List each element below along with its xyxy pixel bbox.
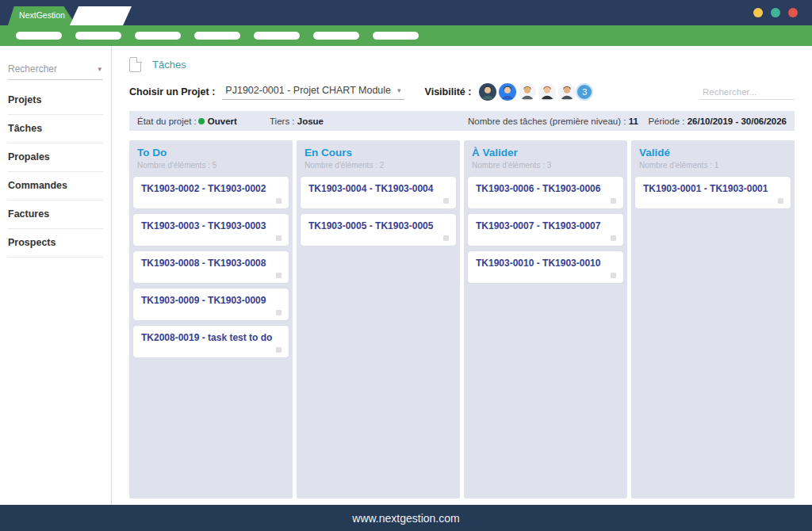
column-title: Validé xyxy=(639,147,787,159)
kanban-column: En CoursNombre d'éléments : 2TK1903-0004… xyxy=(297,140,460,499)
column-count: Nombre d'éléments : 5 xyxy=(137,161,285,170)
project-status-bar: État du projet :Ouvert Tiers : Josue Nom… xyxy=(129,111,795,131)
task-card[interactable]: TK1903-0005 - TK1903-0005 xyxy=(301,214,456,246)
column-count: Nombre d'éléments : 1 xyxy=(639,161,787,170)
sidebar-item-tâches[interactable]: Tâches xyxy=(8,115,103,143)
user-avatar-3-icon[interactable] xyxy=(519,83,536,101)
task-card-title: TK1903-0009 - TK1903-0009 xyxy=(141,295,281,306)
window-controls xyxy=(753,8,798,17)
sidebar-search-select[interactable]: Rechercher ▾ xyxy=(8,60,103,80)
user-avatar-5-icon[interactable] xyxy=(558,83,576,101)
task-card-title: TK1903-0003 - TK1903-0003 xyxy=(141,220,281,231)
chevron-down-icon: ▾ xyxy=(397,86,401,94)
main-navbar xyxy=(0,25,812,46)
project-select-value: PJ1902-0001 - Projet CHART Module xyxy=(225,85,391,96)
card-handle-icon[interactable] xyxy=(276,310,282,315)
document-icon xyxy=(129,57,141,72)
visibility-avatars xyxy=(479,83,576,101)
card-handle-icon[interactable] xyxy=(443,235,449,241)
window-dot-yellow-icon[interactable] xyxy=(753,8,763,17)
task-card-title: TK1903-0008 - TK1903-0008 xyxy=(141,258,281,269)
status-tiers: Tiers : Josue xyxy=(270,117,468,126)
nav-pill[interactable] xyxy=(194,32,240,40)
task-card[interactable]: TK1903-0009 - TK1903-0009 xyxy=(133,288,289,320)
nav-pill[interactable] xyxy=(135,32,181,40)
task-card[interactable]: TK1903-0007 - TK1903-0007 xyxy=(468,214,623,246)
brand-tab[interactable]: NextGestion xyxy=(8,6,76,25)
task-card-title: TK1903-0004 - TK1903-0004 xyxy=(308,183,448,194)
user-avatar-4-icon[interactable] xyxy=(538,83,556,101)
footer-url[interactable]: www.nextgestion.com xyxy=(352,512,459,525)
task-card-title: TK2008-0019 - task test to do xyxy=(141,332,281,343)
task-card[interactable]: TK1903-0010 - TK1903-0010 xyxy=(468,251,623,283)
task-card[interactable]: TK1903-0004 - TK1903-0004 xyxy=(301,177,456,208)
task-card-title: TK1903-0007 - TK1903-0007 xyxy=(476,220,615,231)
main-panel: Tâches Choisir un Projet : PJ1902-0001 -… xyxy=(112,46,812,505)
sidebar-item-factures[interactable]: Factures xyxy=(8,201,103,229)
nav-pill[interactable] xyxy=(254,32,300,40)
sidebar-item-prospects[interactable]: Prospects xyxy=(8,229,103,258)
window-title-bar: NextGestion xyxy=(0,0,812,25)
project-select[interactable]: PJ1902-0001 - Projet CHART Module ▾ xyxy=(222,85,404,100)
visibility-overflow-badge[interactable]: 3 xyxy=(576,83,593,101)
column-title: En Cours xyxy=(304,147,452,159)
task-card-title: TK1903-0010 - TK1903-0010 xyxy=(476,258,615,269)
nav-pill[interactable] xyxy=(75,32,121,40)
sidebar-item-projets[interactable]: Projets xyxy=(8,86,103,115)
kanban-column: À ValiderNombre d'éléments : 3TK1903-000… xyxy=(464,140,627,499)
kanban-column: ValidéNombre d'éléments : 1TK1903-0001 -… xyxy=(631,140,795,499)
card-handle-icon[interactable] xyxy=(276,198,282,204)
nav-pill[interactable] xyxy=(373,32,419,40)
card-handle-icon[interactable] xyxy=(778,198,783,204)
sidebar: Rechercher ▾ ProjetsTâchesPropalesComman… xyxy=(0,46,112,505)
page-title: Tâches xyxy=(152,59,186,71)
card-handle-icon[interactable] xyxy=(443,198,449,204)
task-card[interactable]: TK1903-0001 - TK1903-0001 xyxy=(635,177,791,208)
task-card[interactable]: TK1903-0003 - TK1903-0003 xyxy=(133,214,289,246)
sidebar-item-propales[interactable]: Propales xyxy=(8,143,103,172)
task-card-title: TK1903-0006 - TK1903-0006 xyxy=(476,183,615,194)
window-dot-red-icon[interactable] xyxy=(788,8,798,17)
column-title: À Valider xyxy=(472,147,619,159)
chevron-down-icon: ▾ xyxy=(98,65,102,73)
window-dot-green-icon[interactable] xyxy=(771,8,780,17)
project-select-label: Choisir un Projet : xyxy=(129,86,215,97)
column-count: Nombre d'éléments : 2 xyxy=(304,161,452,170)
status-task-count: Nombre des tâches (première niveau) : 11 xyxy=(468,117,648,126)
nav-pill[interactable] xyxy=(16,32,62,40)
sidebar-item-commandes[interactable]: Commandes xyxy=(8,172,103,201)
task-card[interactable]: TK1903-0006 - TK1903-0006 xyxy=(468,177,623,208)
task-card-title: TK1903-0001 - TK1903-0001 xyxy=(643,183,783,194)
task-card-title: TK1903-0005 - TK1903-0005 xyxy=(308,220,448,231)
sidebar-menu: ProjetsTâchesPropalesCommandesFacturesPr… xyxy=(8,86,103,258)
card-handle-icon[interactable] xyxy=(611,273,616,278)
status-periode: Période : 26/10/2019 - 30/06/2026 xyxy=(648,117,795,126)
user-avatar-1-icon[interactable] xyxy=(479,83,496,101)
card-handle-icon[interactable] xyxy=(611,235,616,241)
card-handle-icon[interactable] xyxy=(611,198,616,204)
status-open-dot-icon xyxy=(198,118,205,124)
card-handle-icon[interactable] xyxy=(276,347,282,353)
sidebar-search-placeholder: Rechercher xyxy=(8,63,57,74)
task-search-input[interactable] xyxy=(699,85,795,100)
brand-name: NextGestion xyxy=(19,10,65,20)
task-card[interactable]: TK1903-0008 - TK1903-0008 xyxy=(133,251,289,283)
kanban-column: To DoNombre d'éléments : 5TK1903-0002 - … xyxy=(129,140,293,499)
kanban-board: To DoNombre d'éléments : 5TK1903-0002 - … xyxy=(129,140,795,499)
task-card[interactable]: TK2008-0019 - task test to do xyxy=(133,326,289,357)
card-handle-icon[interactable] xyxy=(276,273,282,278)
task-card-title: TK1903-0002 - TK1903-0002 xyxy=(141,183,281,194)
card-handle-icon[interactable] xyxy=(276,235,282,241)
nav-pill[interactable] xyxy=(313,32,359,40)
task-card[interactable]: TK1903-0002 - TK1903-0002 xyxy=(133,177,289,208)
column-count: Nombre d'éléments : 3 xyxy=(472,161,619,170)
brand-ghost-shape xyxy=(70,6,132,25)
visibility-label: Visibilité : xyxy=(425,86,472,97)
footer: www.nextgestion.com xyxy=(0,505,812,531)
status-etat: État du projet :Ouvert xyxy=(129,117,270,126)
user-avatar-2-icon[interactable] xyxy=(499,83,516,101)
column-title: To Do xyxy=(137,147,285,159)
